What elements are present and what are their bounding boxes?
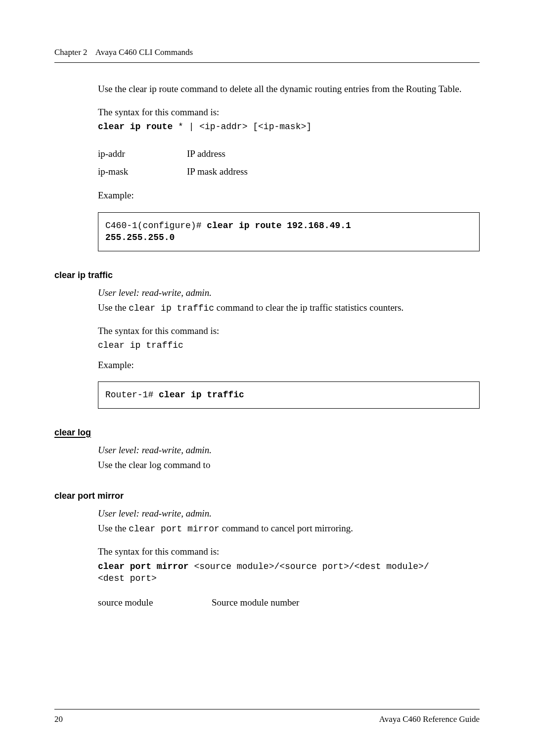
param-row: ip-addr IP address [98, 148, 480, 159]
log-desc: Use the clear log command to [98, 459, 480, 472]
user-level: User level: read-write, admin. [98, 507, 480, 520]
example-bold-line2: 255.255.255.0 [105, 233, 175, 242]
chapter-title: Avaya C460 CLI Commands [95, 47, 193, 57]
example-label: Example: [98, 189, 480, 202]
page-footer: 20 Avaya C460 Reference Guide [54, 709, 480, 724]
page-number: 20 [54, 714, 63, 724]
syntax-command: clear ip traffic [98, 339, 480, 351]
cmd-rest: * | <ip-addr> [<ip-mask>] [173, 122, 312, 132]
syntax-label: The syntax for this command is: [98, 106, 480, 119]
param-row: ip-mask IP mask address [98, 166, 480, 177]
footer-title: Avaya C460 Reference Guide [379, 714, 480, 724]
param-desc: IP mask address [187, 166, 480, 177]
param-name: source module [98, 597, 212, 608]
example-prefix: C460-1(configure)# [105, 221, 207, 231]
footer-rule [54, 709, 480, 709]
syntax-label: The syntax for this command is: [98, 325, 480, 338]
example-bold: clear ip route 192.168.49.1 [207, 221, 351, 231]
header-rule [54, 62, 480, 63]
chapter-label: Chapter 2 [54, 47, 88, 57]
desc-pre: Use the [98, 523, 129, 533]
cmd-line2: <dest port> [98, 573, 157, 583]
param-name: ip-addr [98, 148, 187, 159]
section-heading-log: clear log [54, 427, 480, 438]
param-row: source module Source module number [98, 597, 480, 608]
running-head: Chapter 2 Avaya C460 CLI Commands [54, 47, 480, 57]
cmd-bold: clear ip route [98, 122, 173, 132]
example-label: Example: [98, 359, 480, 372]
desc-mono: clear ip traffic [129, 303, 214, 313]
user-level: User level: read-write, admin. [98, 444, 480, 457]
syntax-command: clear port mirror <source module>/<sourc… [98, 561, 480, 585]
cmd-bold: clear port mirror [98, 562, 189, 571]
example-bold: clear ip traffic [159, 390, 244, 400]
param-desc: IP address [187, 148, 480, 159]
section-heading-traffic: clear ip traffic [54, 270, 480, 281]
example-box: Router-1# clear ip traffic [98, 381, 480, 408]
user-level: User level: read-write, admin. [98, 286, 480, 300]
cmd-rest: <source module>/<source port>/<dest modu… [189, 562, 429, 571]
intro-paragraph: Use the clear ip route command to delete… [98, 83, 480, 96]
desc-post: command to clear the ip traffic statisti… [214, 302, 403, 313]
desc-pre: Use the [98, 302, 129, 313]
desc-mono: clear port mirror [129, 524, 220, 534]
desc-post: command to cancel port mirroring. [220, 523, 353, 533]
param-desc: Source module number [212, 597, 480, 608]
syntax-label: The syntax for this command is: [98, 545, 480, 559]
example-prefix: Router-1# [105, 390, 159, 400]
param-name: ip-mask [98, 166, 187, 177]
mirror-desc: Use the clear port mirror command to can… [98, 522, 480, 535]
section-heading-mirror: clear port mirror [54, 491, 480, 501]
traffic-desc: Use the clear ip traffic command to clea… [98, 301, 480, 315]
example-box: C460-1(configure)# clear ip route 192.16… [98, 212, 480, 251]
syntax-command: clear ip route * | <ip-addr> [<ip-mask>] [98, 121, 480, 133]
